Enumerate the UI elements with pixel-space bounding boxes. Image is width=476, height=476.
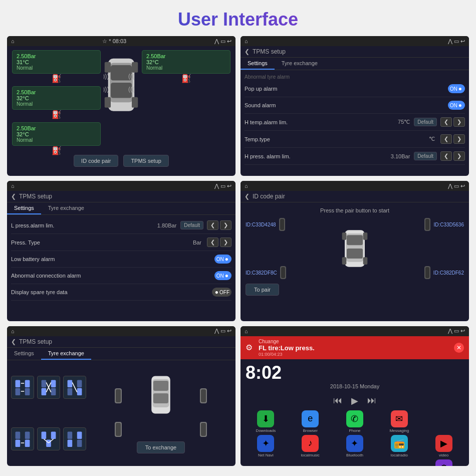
exchange-car-svg	[148, 372, 173, 417]
tpms-setup-button[interactable]: TPMS setup	[123, 155, 169, 167]
status-home-3: ⌂	[11, 183, 15, 189]
app-video[interactable]: ▶ video	[422, 435, 465, 457]
tab-settings-3[interactable]: Settings	[7, 202, 41, 214]
hpress-prev-btn[interactable]: ❮	[440, 151, 452, 161]
setting-popup-label: Pop up alarm	[245, 86, 448, 92]
svg-rect-36	[68, 380, 73, 387]
toggle-abnormal[interactable]: ON	[214, 271, 231, 280]
tpms-tire-grid: 2.50Bar 31°C Normal ⛽	[12, 50, 230, 152]
app-downloads[interactable]: ⬇ Downloads	[245, 410, 287, 433]
exchange-icon-2[interactable]	[37, 376, 60, 399]
back-icon-3[interactable]: ❮	[11, 193, 16, 200]
svg-rect-31	[25, 388, 30, 395]
panel-tpms-setup2: ⌂ ⋀ ▭ ↩ ❮ TPMS setup Settings Tyre excha…	[7, 181, 235, 321]
svg-rect-7	[132, 97, 138, 108]
exchange-main: To exchange	[7, 360, 235, 466]
next-track-button[interactable]: ⏭	[367, 395, 376, 406]
alert-close-button[interactable]: ✕	[454, 343, 464, 353]
svg-rect-47	[68, 431, 73, 438]
back-icon-4[interactable]: ❮	[245, 193, 250, 200]
back-icon-2[interactable]: ❮	[245, 48, 250, 55]
tire-fr-temp: 32°C	[146, 59, 226, 65]
toggle-popup[interactable]: ON	[448, 84, 465, 93]
toggle-sound[interactable]: ON	[448, 101, 465, 110]
setting-sound-alarm: Sound alarm ON	[245, 97, 465, 114]
status-nav-1: ⋀ ▭ ↩	[214, 38, 231, 45]
exchange-icon-1[interactable]	[11, 376, 34, 399]
exchange-pattern-3-svg	[67, 379, 83, 395]
status-nav-3: ⋀ ▭ ↩	[214, 183, 231, 189]
exchange-icon-3[interactable]	[63, 376, 86, 399]
toggle-spare[interactable]: OFF	[212, 288, 231, 297]
htemp-next-btn[interactable]: ❯	[453, 117, 465, 127]
exchange-tire-rl	[90, 421, 146, 437]
setting-abnormal: Abnormal connecction alarm ON	[11, 268, 231, 284]
htemp-prev-btn[interactable]: ❮	[440, 117, 452, 127]
setting-abnormal-label: Abnormal connecction alarm	[11, 273, 214, 279]
presstype-next-btn[interactable]: ❯	[220, 237, 231, 247]
exchange-icon-6[interactable]	[63, 427, 86, 450]
status-bar-5: ⌂ ⋀ ▭ ↩	[7, 326, 235, 336]
exchange-icon-4[interactable]	[11, 427, 34, 450]
tire-rr: 2.50Bar 32°C Normal ⛽	[12, 122, 101, 155]
setting-hpress-label: H press. alarm lim.	[245, 153, 391, 159]
tab-settings-5[interactable]: Settings	[7, 348, 41, 360]
svg-text:(((: (((	[128, 86, 134, 93]
id-code-pair-button[interactable]: ID code pair	[74, 155, 118, 167]
setting-lpress-badge: Default	[180, 221, 203, 229]
svg-rect-18	[347, 235, 363, 246]
play-button[interactable]: ▶	[351, 395, 358, 406]
setup-header-2: ❮ TPMS setup	[241, 46, 469, 58]
breadcrumb-3: TPMS setup	[19, 193, 52, 200]
prev-track-button[interactable]: ⏮	[333, 395, 342, 406]
svg-rect-34	[42, 388, 47, 395]
app-netnavi[interactable]: ✦ Net Navi	[245, 435, 287, 457]
lpress-next-btn[interactable]: ❯	[220, 220, 231, 230]
setting-htemp-value: 75℃	[398, 119, 410, 125]
exchange-icon-5[interactable]	[37, 427, 60, 450]
alert-info: ⚙ Chuange FL tire:Low press. 01:00/04:23	[246, 339, 315, 357]
car-svg: ))) ((( ))) (((	[104, 54, 139, 116]
downloads-label: Downloads	[256, 428, 276, 433]
svg-rect-45	[51, 431, 56, 438]
hpress-next-btn[interactable]: ❯	[453, 151, 465, 161]
page-title: User Interface	[0, 0, 476, 36]
app-bluetooth[interactable]: ✦ Bluetooth	[334, 435, 376, 457]
setting-temptype-value: ℃	[429, 136, 435, 142]
to-exchange-button[interactable]: To exchange	[137, 441, 185, 453]
toggle-lowbat[interactable]: ON	[214, 255, 231, 264]
section-label-2: Abnormal tyre alarm	[245, 72, 465, 81]
app-browser[interactable]: e Browser	[289, 410, 332, 433]
status-bar-4: ⌂ ⋀ ▭ ↩	[241, 181, 469, 191]
app-phone[interactable]: ✆ Phone	[334, 410, 376, 433]
svg-rect-32	[42, 380, 47, 387]
tab-tyre-exchange-2[interactable]: Tyre exchange	[275, 58, 325, 70]
status-bar-1: ⌂ ☆ * 08:03 ⋀ ▭ ↩	[7, 36, 235, 46]
setting-presstype: Press. Type Bar ❮ ❯	[11, 234, 231, 251]
setting-popup-alarm: Pop up alarm ON	[245, 81, 465, 97]
temptype-prev-btn[interactable]: ❮	[440, 134, 452, 144]
setting-presstype-label: Press. Type	[11, 240, 193, 246]
back-icon-5[interactable]: ❮	[11, 338, 16, 345]
setting-presstype-value: Bar	[193, 240, 201, 246]
alert-time: 01:00/04:23	[259, 352, 315, 357]
presstype-prev-btn[interactable]: ❮	[207, 237, 218, 247]
to-pair-button[interactable]: To pair	[246, 284, 279, 296]
lpress-prev-btn[interactable]: ❮	[207, 220, 218, 230]
svg-rect-4	[105, 62, 111, 73]
svg-rect-28	[16, 380, 21, 387]
tab-settings-2[interactable]: Settings	[241, 58, 275, 70]
app-grid-row1: ⬇ Downloads e Browser ✆ Phone ✉ Messagin…	[241, 409, 469, 434]
setting-temptype-label: Temp.type	[245, 136, 429, 142]
app-carsettings[interactable]: ⚙ Car Settings	[422, 459, 465, 466]
temptype-next-btn[interactable]: ❯	[453, 134, 465, 144]
tab-tyre-exchange-3[interactable]: Tyre exchange	[41, 202, 91, 214]
app-localmusic[interactable]: ♪ localmusic	[289, 435, 332, 457]
svg-rect-5	[132, 62, 138, 73]
status-bar-6: ⌂ ⋀ ▭ ↩	[241, 326, 469, 336]
app-messaging[interactable]: ✉ Messaging	[378, 410, 420, 433]
tire-rr-fuel: ⛽	[12, 146, 101, 155]
exchange-car-area: To exchange	[90, 363, 231, 463]
tab-tyre-exchange-5[interactable]: Tyre exchange	[41, 348, 91, 360]
app-localradio[interactable]: 📻 localradio	[378, 435, 420, 457]
